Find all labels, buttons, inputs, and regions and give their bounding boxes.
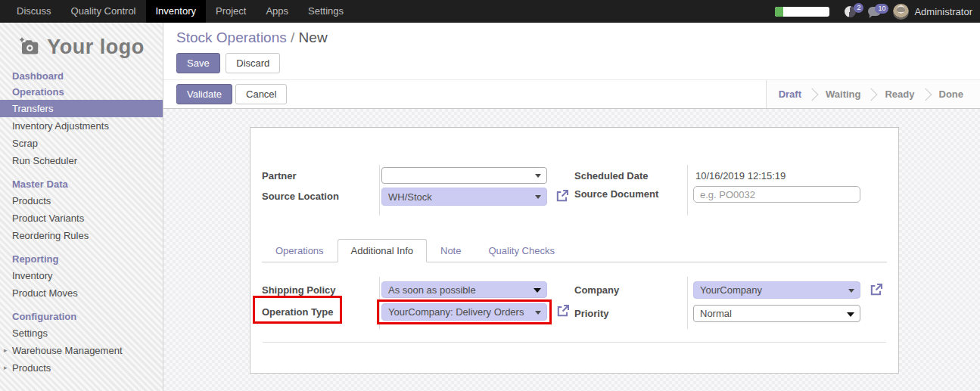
tab-note[interactable]: Note	[427, 239, 474, 262]
user-menu-button[interactable]: Administrator	[914, 6, 972, 17]
group-separator-line	[687, 277, 688, 329]
save-button[interactable]: Save	[176, 53, 220, 73]
operation-type-value: YourCompany: Delivery Orders	[388, 306, 524, 318]
caret-down-icon	[848, 289, 854, 293]
breadcrumb-parent-link[interactable]: Stock Operations	[176, 29, 287, 45]
sidebar-heading-dashboard[interactable]: Dashboard	[0, 68, 163, 84]
scheduled-date-label: Scheduled Date	[574, 170, 649, 182]
activities-menu-button[interactable]: 2	[845, 6, 856, 17]
activity-count-badge: 2	[854, 3, 863, 13]
source-location-label: Source Location	[262, 191, 339, 202]
shipping-policy-value: As soon as possible	[388, 284, 476, 296]
group-separator-line	[379, 277, 380, 329]
source-location-field[interactable]: WH/Stock	[381, 188, 547, 206]
nav-item-project[interactable]: Project	[206, 0, 256, 23]
caret-down-icon	[847, 312, 854, 317]
record-buttons: Save Discard	[176, 53, 980, 73]
shipping-policy-label: Shipping Policy	[262, 284, 336, 296]
status-pipeline: Draft Waiting Ready Done	[766, 80, 980, 108]
source-document-label: Source Document	[574, 188, 658, 200]
sidebar-item-settings[interactable]: Settings	[0, 324, 163, 342]
sidebar-heading-master-data: Master Data	[0, 176, 163, 192]
partner-field[interactable]	[381, 167, 547, 184]
tab-quality-checks[interactable]: Quality Checks	[474, 239, 568, 262]
tab-additional-info[interactable]: Additional Info	[338, 239, 427, 262]
sidebar-item-products[interactable]: Products	[0, 192, 163, 209]
timer-progress-bar	[775, 7, 829, 17]
priority-select[interactable]: Normal	[693, 305, 860, 322]
message-count-badge: 10	[875, 4, 888, 14]
company-value: YourCompany	[700, 284, 762, 296]
operation-type-label: Operation Type	[262, 306, 333, 318]
company-logo: Your logo	[0, 36, 163, 59]
external-link-icon[interactable]	[555, 189, 569, 203]
group-separator-line	[687, 165, 688, 216]
camera-icon	[18, 36, 41, 59]
source-location-value: WH/Stock	[388, 191, 432, 203]
form-view-background: Partner Source Location WH/Stock Schedul…	[163, 109, 980, 391]
top-navbar: Discuss Quality Control Inventory Projec…	[0, 0, 980, 23]
source-document-input[interactable]	[693, 186, 860, 203]
sidebar-item-product-variants[interactable]: Product Variants	[0, 209, 163, 227]
company-label: Company	[574, 284, 619, 296]
scheduled-date-value[interactable]: 10/16/2019 12:15:19	[695, 170, 786, 182]
sidebar-heading-reporting: Reporting	[0, 251, 163, 267]
sidebar-item-inventory-report[interactable]: Inventory	[0, 267, 163, 284]
nav-item-inventory[interactable]: Inventory	[146, 0, 206, 23]
notebook-tabs: Operations Additional Info Note Quality …	[262, 239, 887, 262]
nav-item-settings[interactable]: Settings	[298, 0, 353, 23]
sidebar-item-label: Warehouse Management	[12, 345, 123, 356]
cancel-button[interactable]: Cancel	[235, 84, 287, 104]
sidebar-item-inventory-adjustments[interactable]: Inventory Adjustments	[0, 117, 163, 135]
external-link-icon[interactable]	[870, 283, 883, 296]
discard-button[interactable]: Discard	[226, 53, 280, 73]
triangle-right-icon: ▸	[4, 346, 8, 354]
breadcrumb-separator: /	[291, 29, 294, 45]
logo-text: Your logo	[47, 36, 144, 59]
operation-type-field[interactable]: YourCompany: Delivery Orders	[381, 303, 547, 321]
caret-down-icon	[535, 174, 541, 178]
form-sheet: Partner Source Location WH/Stock Schedul…	[250, 127, 899, 374]
sidebar-item-reordering-rules[interactable]: Reordering Rules	[0, 227, 163, 244]
nav-item-quality-control[interactable]: Quality Control	[61, 0, 146, 23]
sidebar-item-products-config[interactable]: ▸ Products	[0, 359, 163, 377]
priority-label: Priority	[574, 308, 609, 319]
priority-value: Normal	[700, 308, 732, 319]
caret-down-icon	[535, 311, 541, 315]
main-panel: Stock Operations / New Save Discard Vali…	[163, 23, 980, 391]
messages-menu-button[interactable]: 10	[868, 7, 881, 16]
sidebar-heading-operations[interactable]: Operations	[0, 84, 163, 100]
sidebar-item-label: Products	[12, 362, 51, 374]
sidebar-heading-configuration: Configuration	[0, 309, 163, 324]
sidebar-item-product-moves[interactable]: Product Moves	[0, 284, 163, 302]
nav-item-apps[interactable]: Apps	[256, 0, 298, 23]
breadcrumb-current: New	[299, 29, 328, 45]
sidebar-item-scrap[interactable]: Scrap	[0, 135, 163, 152]
shipping-policy-select[interactable]: As soon as possible	[381, 281, 547, 298]
sheet-divider	[263, 342, 886, 343]
stage-done[interactable]: Done	[927, 80, 976, 108]
validate-button[interactable]: Validate	[176, 84, 232, 104]
app-sidebar: Your logo Dashboard Operations Transfers…	[0, 23, 163, 391]
partner-label: Partner	[262, 170, 297, 182]
external-link-icon[interactable]	[556, 304, 570, 318]
tab-operations[interactable]: Operations	[262, 239, 338, 262]
user-avatar[interactable]	[893, 4, 909, 20]
statusbar: Validate Cancel Draft Waiting Ready Done	[163, 79, 980, 109]
company-field[interactable]: YourCompany	[693, 281, 860, 299]
sidebar-item-transfers[interactable]: Transfers	[0, 100, 163, 117]
caret-down-icon	[535, 195, 541, 199]
sidebar-item-run-scheduler[interactable]: Run Scheduler	[0, 152, 163, 169]
triangle-right-icon: ▸	[4, 364, 8, 371]
group-separator-line	[379, 165, 380, 216]
nav-item-discuss[interactable]: Discuss	[7, 0, 61, 23]
timer-progress-fill	[775, 7, 783, 17]
breadcrumb-area: Stock Operations / New Save Discard	[163, 23, 980, 79]
breadcrumb: Stock Operations / New	[176, 23, 980, 46]
caret-down-icon	[534, 288, 541, 293]
sidebar-item-warehouse-management[interactable]: ▸ Warehouse Management	[0, 342, 163, 359]
systray: 2 10 Administrator	[775, 0, 980, 23]
